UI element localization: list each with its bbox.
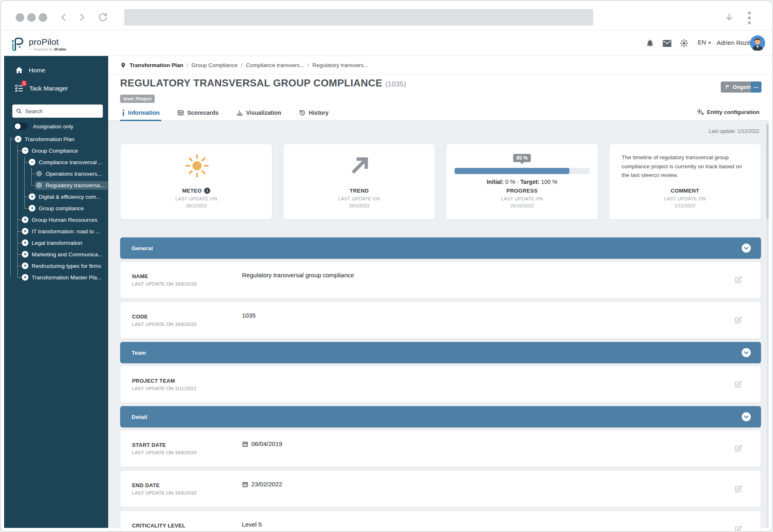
history-icon — [299, 109, 306, 116]
info-icon — [122, 109, 125, 116]
comment-card: The timeline of regulatory transversal g… — [609, 144, 761, 220]
edit-icon[interactable] — [734, 525, 743, 532]
section-header-team[interactable]: Team — [120, 342, 761, 363]
trend-arrow-icon — [348, 154, 371, 178]
expand-icon[interactable] — [22, 228, 28, 235]
section-header-general[interactable]: General — [120, 237, 761, 259]
notifications-bell-icon[interactable] — [645, 39, 655, 48]
tree-item-compliance-transversal[interactable]: Compliance transversal ... — [4, 156, 106, 168]
info-icon[interactable] — [204, 188, 210, 194]
field-label: CODE — [132, 314, 197, 320]
task-list-icon: 1 — [14, 83, 24, 93]
breadcrumb-item[interactable]: Compliance transvers... — [246, 62, 304, 68]
field-label: END DATE — [132, 482, 197, 488]
collapse-icon[interactable] — [29, 159, 35, 165]
field-last-update: LAST UPDATE ON 16/6/2020 — [132, 281, 197, 286]
entity-configuration-button[interactable]: Entity configuration — [696, 109, 760, 116]
refresh-icon[interactable] — [97, 12, 109, 23]
tree-item-digital-efficiency[interactable]: Digital & efficiency com... — [4, 191, 106, 202]
browser-window: proPilot — Powered by dFakto EN Adrien R… — [0, 0, 773, 532]
back-icon[interactable] — [58, 12, 69, 23]
breadcrumb-item[interactable]: Group Compliance — [191, 62, 238, 68]
leaf-icon — [36, 182, 42, 188]
assignation-toggle[interactable] — [14, 123, 28, 130]
tree-item-legal-transformation[interactable]: Legal transformation — [4, 237, 106, 249]
tab-scorecards[interactable]: Scorecards — [177, 105, 218, 120]
field-row-end-date: END DATELAST UPDATE ON 16/6/2020 23/02/2… — [120, 470, 761, 507]
sidebar-item-task-manager[interactable]: 1 Task Manager — [14, 83, 68, 93]
settings-gear-icon[interactable] — [680, 39, 689, 48]
search-input[interactable] — [25, 108, 100, 114]
avatar[interactable] — [750, 35, 765, 51]
calendar-icon — [242, 441, 248, 447]
field-value: 23/02/2022 — [242, 481, 282, 488]
tree-item-restructuring-types[interactable]: Restructuring types for firms — [4, 260, 106, 272]
edit-icon[interactable] — [734, 444, 743, 453]
card-date: 1/12/2022 — [609, 203, 761, 208]
sun-icon — [184, 153, 210, 179]
sidebar-item-label: Home — [29, 67, 45, 74]
window-control-dot[interactable] — [39, 13, 47, 22]
section-header-detail[interactable]: Detail — [120, 406, 761, 427]
url-bar[interactable] — [124, 9, 593, 26]
window-control-dot[interactable] — [16, 13, 24, 22]
field-row-project-team: PROJECT TEAMLAST UPDATE ON 3/11/2022 — [120, 366, 761, 403]
tree-item-it-transformation[interactable]: IT transformation: road to ... — [4, 225, 106, 237]
level-badge: level :Project — [120, 95, 155, 103]
collapse-icon[interactable] — [15, 136, 21, 142]
propilot-logo-icon[interactable] — [10, 35, 26, 52]
card-title: PROGRESS — [506, 188, 538, 194]
app-header: proPilot — Powered by dFakto EN Adrien R… — [1, 30, 772, 56]
window-control-dot[interactable] — [27, 13, 36, 22]
user-name[interactable]: Adrien Rozès — [717, 39, 754, 46]
browser-menu-icon[interactable] — [748, 12, 751, 24]
edit-icon[interactable] — [734, 380, 743, 389]
language-selector[interactable]: EN — [698, 39, 711, 46]
tree-item-regulatory-transversal[interactable]: Regulatory transversa... — [4, 179, 106, 191]
collapse-icon[interactable] — [22, 147, 28, 154]
entity-code: (1035) — [385, 80, 406, 88]
tab-history[interactable]: History — [299, 105, 329, 120]
expand-icon[interactable] — [29, 205, 35, 211]
field-last-update: LAST UPDATE ON 16/6/2020 — [132, 322, 197, 327]
edit-icon[interactable] — [734, 276, 743, 284]
chevron-down-icon[interactable] — [741, 348, 751, 358]
expand-icon[interactable] — [22, 251, 28, 258]
card-date: 26/10/2022 — [446, 203, 598, 208]
tree-item-transformation-master-plan[interactable]: Transformation Master Pla... — [4, 272, 106, 283]
app-name: proPilot — [29, 37, 66, 47]
expand-icon[interactable] — [22, 263, 28, 269]
assignation-label: Assignation only — [33, 123, 73, 130]
field-row-code: CODELAST UPDATE ON 16/6/2020 1035 — [120, 302, 761, 339]
chevron-down-icon[interactable] — [741, 243, 751, 253]
breadcrumb-item[interactable]: Regulatory transvers... — [312, 62, 368, 68]
sidebar-item-home[interactable]: Home — [15, 66, 45, 74]
chevron-down-icon[interactable] — [741, 412, 751, 422]
tree-item-transformation-plan[interactable]: Transformation Plan — [4, 133, 106, 145]
card-last-update-label: LAST UPDATE ON — [283, 196, 435, 201]
sidebar-item-label: Task Manager — [29, 85, 68, 92]
tabs: Information Scorecards Visualization His… — [108, 105, 769, 121]
scrollbar-thumb[interactable] — [766, 124, 768, 219]
tree-item-group-compliance[interactable]: Group Compliance — [4, 145, 106, 156]
tree-item-marketing-communication[interactable]: Marketing and Communica... — [4, 249, 106, 260]
tab-visualization[interactable]: Visualization — [236, 105, 281, 120]
field-label: CRITICALITY LEVEL — [132, 523, 197, 529]
download-icon[interactable] — [724, 12, 735, 23]
messages-envelope-icon[interactable] — [662, 39, 672, 47]
calendar-icon — [242, 481, 248, 488]
forward-icon[interactable] — [77, 12, 87, 23]
expand-icon[interactable] — [22, 216, 28, 223]
more-actions-button[interactable] — [751, 81, 761, 93]
expand-icon[interactable] — [29, 193, 35, 200]
expand-icon[interactable] — [22, 274, 28, 281]
tab-information[interactable]: Information — [122, 105, 160, 120]
edit-icon[interactable] — [734, 316, 743, 325]
tree-item-group-human-ressources[interactable]: Group Human Ressources — [4, 214, 106, 225]
breadcrumb-item[interactable]: Transformation Plan — [130, 62, 183, 68]
tree-item-operations-transversal[interactable]: Operations transvers... — [4, 168, 106, 179]
assignation-toggle-row: Assignation only — [14, 123, 73, 130]
expand-icon[interactable] — [22, 239, 28, 246]
tree-item-group-compliance-2[interactable]: Group compliance — [4, 202, 106, 214]
edit-icon[interactable] — [734, 485, 743, 493]
